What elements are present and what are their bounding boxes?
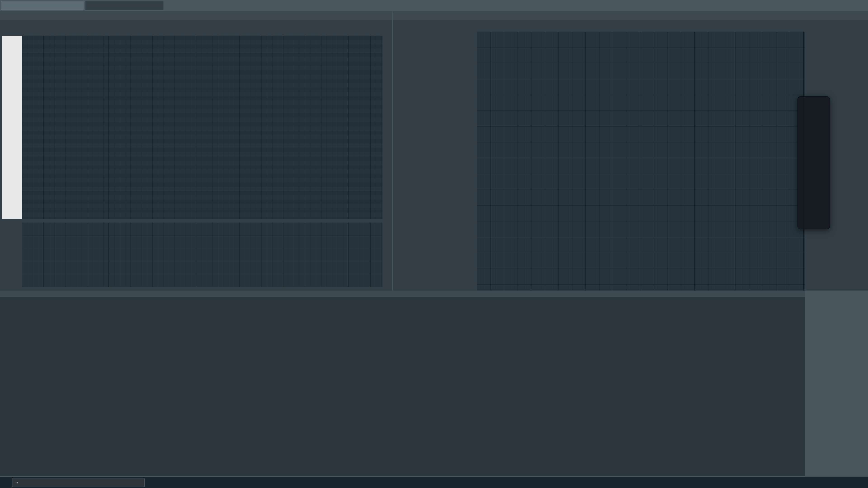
piano-roll-panel (0, 11, 393, 291)
piano-roll-toolbar (0, 11, 393, 20)
wave-candy-window[interactable] (798, 96, 830, 229)
top-bar (0, 0, 868, 11)
piano-roll-grid[interactable] (22, 36, 382, 219)
piano-roll-control-lane[interactable] (22, 223, 382, 287)
taskbar-clock[interactable] (836, 478, 858, 488)
mixer-panel (0, 291, 805, 476)
piano-roll-keyboard[interactable] (2, 36, 22, 219)
mixer-fx-panel (805, 291, 868, 476)
project-title-panel (86, 1, 163, 10)
playlist-panel (393, 11, 868, 291)
search-icon: ⌕ (16, 480, 18, 485)
playlist-grid[interactable] (477, 32, 805, 291)
main-menu (1, 1, 84, 10)
taskbar: ⌕ (0, 477, 868, 488)
playlist-toolbar (393, 11, 868, 20)
mixer-toolbar (0, 291, 805, 297)
taskbar-search[interactable]: ⌕ (12, 479, 145, 487)
